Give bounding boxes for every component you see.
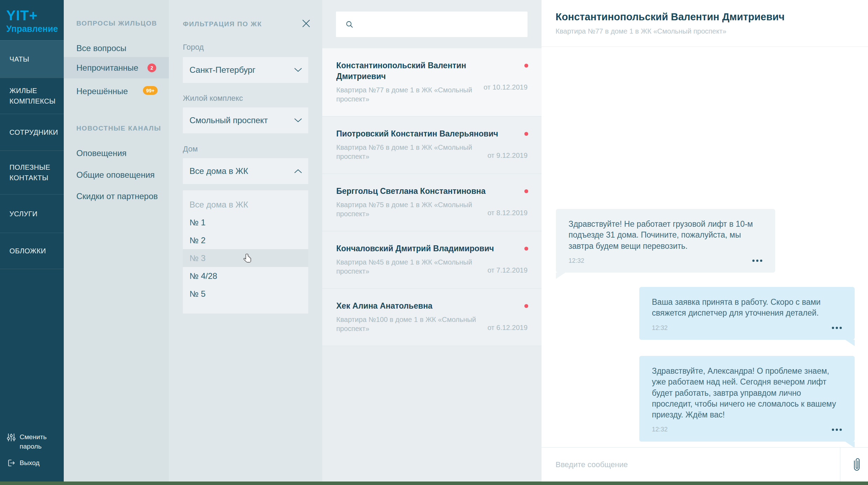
unread-dot [524, 189, 528, 193]
sidebar-item-residential-complexes[interactable]: ЖИЛЫЕ КОМПЛЕКСЫ [0, 78, 64, 114]
chat-item-name: Константинопольский Валентин Дмитриевич [336, 60, 501, 82]
complex-label: Жилой комплекс [183, 94, 243, 103]
house-option-all[interactable]: Все дома в ЖК [183, 196, 308, 213]
nav-unread[interactable]: Непрочитанные 2 [64, 57, 169, 78]
questions-panel: ВОПРОСЫ ЖИЛЬЦОВ Все вопросы Непрочитанны… [64, 0, 169, 482]
message-options-button[interactable] [832, 326, 842, 329]
sidebar-item-useful-contacts[interactable]: ПОЛЕЗНЫЕ КОНТАКТЫ [0, 150, 64, 194]
complex-select-value: Смольный проспект [190, 115, 268, 125]
message-meta: 12:32 [652, 324, 842, 332]
message-options-button[interactable] [752, 259, 763, 262]
chevron-up-icon [294, 169, 302, 173]
sidebar-item-chats[interactable]: ЧАТЫ [0, 40, 64, 78]
house-option-5[interactable]: № 5 [183, 285, 308, 303]
nav-unread-label: Непрочитанные [76, 63, 138, 73]
paperclip-icon [853, 457, 861, 472]
chat-list-item[interactable]: Хек Алина Анатольевна Квартира №100 в до… [322, 289, 542, 346]
sidebar-nav: ЧАТЫ ЖИЛЫЕ КОМПЛЕКСЫ СОТРУДНИКИ ПОЛЕЗНЫЕ… [0, 40, 64, 269]
sidebar-item-employees[interactable]: СОТРУДНИКИ [0, 114, 64, 150]
chat-item-name: Хек Алина Анатольевна [336, 301, 501, 311]
message-time: 12:32 [652, 324, 668, 332]
message-input[interactable] [556, 456, 829, 473]
sidebar: YIT+ Управление ЧАТЫ ЖИЛЫЕ КОМПЛЕКСЫ СОТ… [0, 0, 64, 482]
message-time: 12:32 [569, 256, 584, 265]
unread-dot [524, 304, 528, 308]
message-meta: 12:32 [569, 256, 763, 265]
message-meta: 12:32 [652, 425, 842, 434]
filter-panel: ФИЛЬТРАЦИЯ ПО ЖК Город Санкт-Петербург Ж… [169, 0, 322, 482]
logout-button[interactable]: Выход [0, 455, 64, 471]
chat-item-date: от 6.12.2019 [488, 324, 528, 332]
house-option-4-28[interactable]: № 4/28 [183, 267, 308, 285]
house-options-dropdown: Все дома в ЖК № 1 № 2 № 3 № 4/28 № 5 [183, 190, 308, 314]
more-options-icon [752, 259, 763, 262]
chat-list-panel: Константинопольский Валентин Дмитриевич … [322, 0, 542, 482]
house-option-2[interactable]: № 2 [183, 231, 308, 249]
city-label: Город [183, 43, 204, 52]
unread-dot [524, 132, 528, 136]
chat-item-info: Квартира №45 в доме 1 в ЖК «Смольный про… [336, 258, 483, 276]
section-header-residents-questions: ВОПРОСЫ ЖИЛЬЦОВ [76, 20, 157, 27]
message-input-bar [542, 447, 868, 482]
change-password-button[interactable]: Сменить пароль [0, 429, 64, 455]
chat-item-name: Кончаловский Дмитрий Владимирович [336, 243, 501, 254]
sidebar-footer: Сменить пароль Выход [0, 429, 64, 471]
chat-list-item[interactable]: Пиотровский Константин Валерьянович Квар… [322, 117, 542, 174]
unread-dot [524, 64, 528, 68]
conversation-subtitle: Квартира №77 в доме 1 в ЖК «Смольный про… [556, 27, 726, 35]
city-select-value: Санкт-Петербург [190, 65, 255, 75]
chat-item-name: Пиотровский Константин Валерьянович [336, 128, 501, 139]
nav-unsolved[interactable]: Нерешённые [76, 86, 128, 96]
filter-panel-title: ФИЛЬТРАЦИЯ ПО ЖК [183, 20, 262, 28]
message-text: Здравствуйте, Александра! О проблеме зна… [652, 366, 842, 420]
chat-item-date: от 10.12.2019 [484, 83, 528, 91]
sidebar-item-services[interactable]: УСЛУГИ [0, 194, 64, 233]
complex-select[interactable]: Смольный проспект [183, 107, 308, 133]
close-icon [302, 19, 311, 28]
conversation-panel: Константинопольский Валентин Дмитриевич … [542, 0, 868, 482]
house-label: Дом [183, 145, 198, 154]
attach-file-button[interactable] [846, 448, 868, 482]
nav-general-alerts[interactable]: Общие оповещения [76, 170, 155, 180]
chat-list-item[interactable]: Берггольц Светлана Константиновна Кварти… [322, 174, 542, 231]
conversation-title: Константинопольский Валентин Дмитриевич [556, 11, 785, 23]
message-options-button[interactable] [832, 428, 842, 431]
nav-all-questions[interactable]: Все вопросы [76, 43, 126, 53]
city-select[interactable]: Санкт-Петербург [183, 57, 308, 83]
chat-item-date: от 8.12.2019 [488, 209, 528, 217]
unsolved-count-badge: 99+ [143, 86, 158, 95]
close-filter-button[interactable] [302, 19, 312, 29]
chat-item-info: Квартира №76 в доме 1 в ЖК «Смольный про… [336, 143, 483, 161]
message-text: Ваша заявка принята в работу. Скоро с ва… [652, 297, 842, 319]
section-header-news-channels: НОВОСТНЫЕ КАНАЛЫ [76, 125, 161, 132]
message-text: Здравствуйте! Не работает грузовой лифт … [569, 219, 763, 252]
chat-list: Константинопольский Валентин Дмитриевич … [322, 48, 542, 346]
sliders-icon [7, 433, 15, 442]
sidebar-item-covers[interactable]: ОБЛОЖКИ [0, 233, 64, 269]
chat-list-item[interactable]: Константинопольский Валентин Дмитриевич … [322, 48, 542, 117]
chat-search [336, 12, 528, 37]
chat-list-item[interactable]: Кончаловский Дмитрий Владимирович Кварти… [322, 231, 542, 289]
chat-item-date: от 7.12.2019 [488, 266, 528, 274]
house-select[interactable]: Все дома в ЖК [183, 158, 308, 184]
search-input[interactable] [359, 17, 522, 31]
sidebar-divider [0, 269, 64, 269]
house-option-3[interactable]: № 3 [183, 249, 308, 267]
chat-item-date: от 9.12.2019 [488, 152, 528, 160]
nav-alerts[interactable]: Оповещения [76, 148, 126, 158]
more-options-icon [832, 428, 842, 431]
chevron-down-icon [294, 68, 302, 72]
chat-item-info: Квартира №100 в доме 1 в ЖК «Смольный пр… [336, 315, 483, 333]
house-select-value: Все дома в ЖК [190, 166, 248, 176]
more-options-icon [832, 326, 842, 329]
unread-count-badge: 2 [147, 63, 156, 72]
logout-label: Выход [20, 458, 40, 468]
nav-partner-discounts[interactable]: Скидки от партнеров [76, 191, 158, 201]
search-icon [345, 20, 354, 29]
chat-item-name: Берггольц Светлана Константиновна [336, 186, 501, 197]
house-option-1[interactable]: № 1 [183, 213, 308, 231]
unread-dot [524, 247, 528, 251]
logo-line1: YIT+ [6, 8, 58, 22]
input-divider [840, 448, 840, 482]
bottom-green-bar [0, 482, 868, 485]
